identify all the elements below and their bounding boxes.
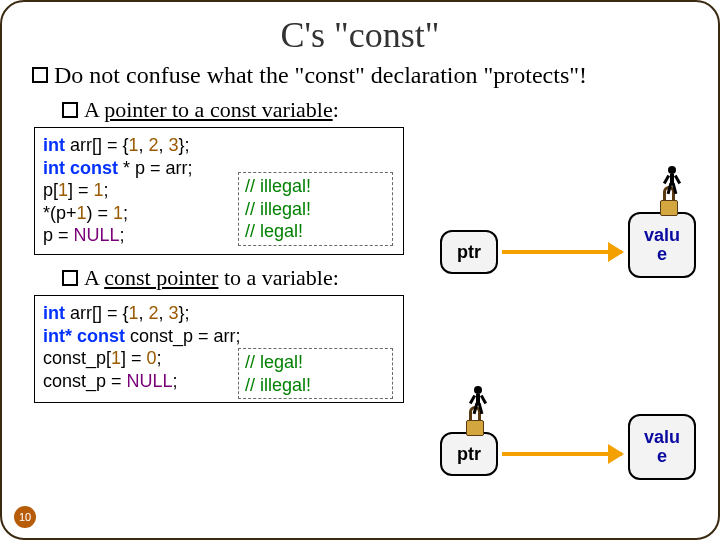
- value-box: value: [628, 414, 696, 480]
- diagram-1: ptr value: [432, 202, 702, 294]
- bullet-sub1-text: A pointer to a const variable:: [84, 97, 339, 123]
- diagram-2: ptr value: [432, 404, 702, 496]
- slide-number-badge: 10: [14, 506, 36, 528]
- slide-title: C's "const": [2, 14, 718, 56]
- person-icon: [664, 166, 680, 194]
- bullet-sub1: A pointer to a const variable:: [62, 97, 718, 123]
- checkbox-icon: [62, 102, 78, 118]
- ptr-box: ptr: [440, 432, 498, 476]
- bullet-main: Do not confuse what the "const" declarat…: [32, 62, 718, 89]
- comment-block-1: // illegal! // illegal! // legal!: [238, 172, 393, 246]
- code-block-1: int arr[] = {1, 2, 3}; int const * p = a…: [34, 127, 404, 255]
- person-icon: [470, 386, 486, 414]
- code-block-2: int arr[] = {1, 2, 3}; int* const const_…: [34, 295, 404, 403]
- slide-frame: C's "const" Do not confuse what the "con…: [0, 0, 720, 540]
- comment-block-2: // legal! // illegal!: [238, 348, 393, 399]
- arrow-icon: [502, 452, 622, 456]
- checkbox-icon: [62, 270, 78, 286]
- arrow-icon: [502, 250, 622, 254]
- value-box: value: [628, 212, 696, 278]
- ptr-box: ptr: [440, 230, 498, 274]
- bullet-sub2-text: A const pointer to a variable:: [84, 265, 339, 291]
- checkbox-icon: [32, 67, 48, 83]
- bullet-main-text: Do not confuse what the "const" declarat…: [54, 62, 587, 89]
